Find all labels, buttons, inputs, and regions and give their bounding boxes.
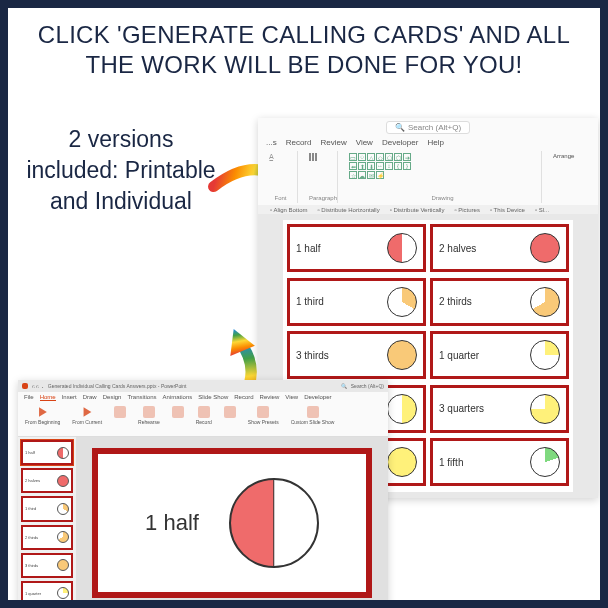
tab-home[interactable]: Home (40, 394, 56, 401)
window-title: Generated Individual Calling Cards Answe… (48, 383, 187, 389)
fraction-circle-icon (387, 340, 417, 370)
fraction-circle-icon (387, 287, 417, 317)
ribbon-button[interactable]: Custom Slide Show (288, 405, 338, 434)
tab-slide-show[interactable]: Slide Show (198, 394, 228, 401)
qat-item[interactable]: ▫ Align Bottom (270, 207, 307, 213)
arrange-button[interactable]: Arrange (553, 153, 587, 159)
tab-transitions[interactable]: Transitions (127, 394, 156, 401)
title-bar: ⎌ ⎌ ▾ Generated Individual Calling Cards… (18, 380, 388, 392)
slide-thumb[interactable]: 2 halves (21, 468, 73, 493)
tab-view[interactable]: View (285, 394, 298, 401)
app-icon (22, 383, 28, 389)
card-label: 1 quarter (439, 350, 524, 361)
fraction-circle-icon (530, 340, 560, 370)
slide-thumb[interactable]: 2 thirds (21, 525, 73, 550)
slide-thumb[interactable]: 1 quarter (21, 581, 73, 606)
tab-view[interactable]: View (356, 138, 373, 147)
search-placeholder: Search (Alt+Q) (408, 123, 461, 132)
subhead: 2 versions included: Printable and Indiv… (26, 124, 216, 217)
ribbon-tabs-2: FileHomeInsertDrawDesignTransitionsAnima… (18, 392, 388, 403)
qat-item[interactable]: ▫ Sl... (535, 207, 549, 213)
fraction-circle-icon (530, 233, 560, 263)
tab-design[interactable]: Design (103, 394, 122, 401)
headline: CLICK 'GENERATE CALLING CARDS' AND ALL T… (8, 8, 600, 84)
ribbon-2: From BeginningFrom CurrentRehearseRecord… (18, 403, 388, 437)
ribbon-button[interactable] (221, 405, 239, 434)
tab-...s[interactable]: ...s (266, 138, 277, 147)
card-label: 3 quarters (439, 403, 524, 414)
tab-review[interactable]: Review (320, 138, 346, 147)
card-label: 1 half (296, 243, 381, 254)
slide-thumb[interactable]: 3 thirds (21, 553, 73, 578)
calling-card: 1 half (287, 224, 426, 272)
group-font: Font (269, 195, 292, 201)
ribbon-button[interactable] (111, 405, 129, 434)
calling-card: 1 quarter (430, 331, 569, 379)
tab-developer[interactable]: Developer (382, 138, 418, 147)
search-box[interactable]: 🔍 Search (Alt+Q) (386, 121, 470, 134)
calling-card: 1 fifth (430, 438, 569, 486)
slide-canvas-2: 1 half (76, 437, 388, 608)
ribbon-tabs: ...sRecordReviewViewDeveloperHelp (258, 136, 598, 149)
tab-record[interactable]: Record (234, 394, 253, 401)
tab-file[interactable]: File (24, 394, 34, 401)
fraction-circle-icon (387, 394, 417, 424)
qat-item[interactable]: ▫ Distribute Horizontally (317, 207, 379, 213)
fraction-circle-icon (530, 287, 560, 317)
calling-card: 2 halves (430, 224, 569, 272)
slide-thumb[interactable]: 1 third (21, 496, 73, 521)
powerpoint-individual-screenshot: ⎌ ⎌ ▾ Generated Individual Calling Cards… (18, 380, 388, 608)
card-label: 1 fifth (439, 457, 524, 468)
calling-card: 2 thirds (430, 278, 569, 326)
calling-card: 3 quarters (430, 385, 569, 433)
ribbon-button[interactable]: From Current (69, 405, 105, 434)
search-hint-2: Search (Alt+Q) (351, 383, 384, 389)
ribbon-button[interactable]: Show Presets (245, 405, 282, 434)
card-label: 1 half (145, 510, 199, 536)
ribbon: 🔍 Search (Alt+Q) ...sRecordReviewViewDev… (258, 118, 598, 214)
qat-item[interactable]: ▫ This Device (490, 207, 525, 213)
group-paragraph: Paragraph (309, 195, 332, 201)
card-label: 3 thirds (296, 350, 381, 361)
card-label: 2 halves (439, 243, 524, 254)
tab-insert[interactable]: Insert (62, 394, 77, 401)
calling-card: 1 third (287, 278, 426, 326)
tab-record[interactable]: Record (286, 138, 312, 147)
calling-card-large: 1 half (92, 448, 372, 598)
qat-item[interactable]: ▫ Pictures (454, 207, 479, 213)
tab-animations[interactable]: Animations (163, 394, 193, 401)
ribbon-button[interactable]: Rehearse (135, 405, 163, 434)
ribbon-button[interactable] (169, 405, 187, 434)
shapes-gallery[interactable]: ▭○△◇⬠⬡ ➜⬅⬆⬇↔↕ {}☆☁✉⚡ (349, 153, 419, 179)
card-label: 2 thirds (439, 296, 524, 307)
card-label: 1 third (296, 296, 381, 307)
group-drawing: Drawing (349, 195, 536, 201)
search-icon: 🔍 (395, 123, 405, 132)
tab-draw[interactable]: Draw (83, 394, 97, 401)
ribbon-button[interactable]: From Beginning (22, 405, 63, 434)
fraction-circle-icon (387, 233, 417, 263)
fraction-circle-icon (530, 447, 560, 477)
qat-item[interactable]: ▫ Distribute Vertically (390, 207, 445, 213)
tab-developer[interactable]: Developer (304, 394, 331, 401)
ribbon-button[interactable]: Record (193, 405, 215, 434)
fraction-circle-icon (387, 447, 417, 477)
fraction-circle-icon (530, 394, 560, 424)
slide-thumb[interactable]: 1 half (21, 440, 73, 465)
slide-thumbnails[interactable]: 1 half2 halves1 third2 thirds3 thirds1 q… (18, 437, 76, 608)
fraction-circle-icon (229, 478, 319, 568)
calling-card: 3 thirds (287, 331, 426, 379)
tab-review[interactable]: Review (260, 394, 280, 401)
tab-help[interactable]: Help (427, 138, 443, 147)
